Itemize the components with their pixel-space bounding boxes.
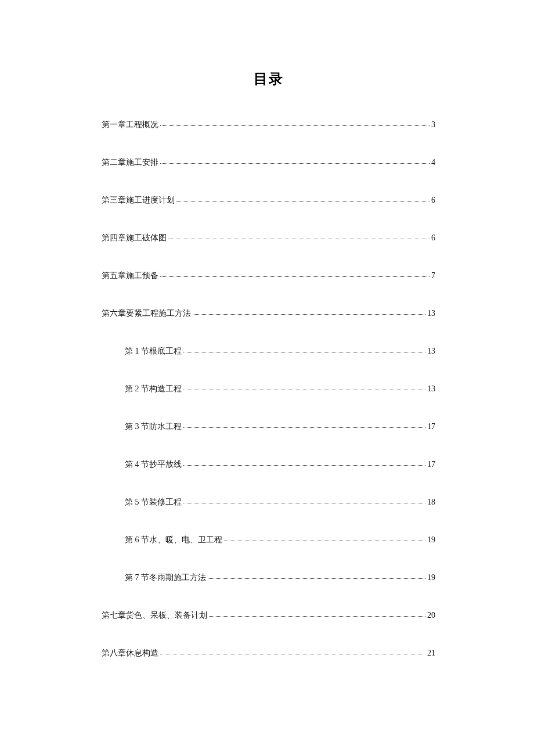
toc-label: 第三章施工进度计划 (102, 195, 175, 206)
toc-entry: 第 2 节构造工程13 (102, 384, 435, 394)
toc-page-number: 7 (431, 271, 435, 280)
toc-label: 第 5 节装修工程 (125, 497, 182, 507)
toc-label: 第五章施工预备 (102, 271, 158, 281)
toc-entry: 第一章工程概况3 (102, 120, 435, 130)
toc-label: 第 4 节抄平放线 (125, 459, 182, 470)
toc-page-number: 3 (431, 120, 435, 129)
toc-page-number: 13 (427, 347, 435, 356)
toc-entry: 第 3 节防水工程17 (102, 422, 435, 432)
toc-entry: 第 4 节抄平放线17 (102, 459, 435, 470)
toc-label: 第四章施工破体图 (102, 233, 167, 243)
toc-page-number: 21 (427, 649, 435, 658)
toc-entry: 第八章休息构造21 (102, 648, 435, 658)
toc-dots (224, 541, 425, 541)
toc-dots (168, 239, 430, 239)
toc-dots (183, 465, 425, 466)
toc-entry: 第 1 节根底工程13 (102, 346, 435, 357)
toc-page-number: 4 (431, 158, 435, 167)
toc-entry: 第四章施工破体图6 (102, 233, 435, 243)
toc-label: 第六章要紧工程施工方法 (102, 308, 191, 319)
toc-dots (176, 201, 430, 201)
toc-label: 第 6 节水、暖、电、卫工程 (125, 535, 222, 545)
toc-entry: 第六章要紧工程施工方法13 (102, 308, 435, 319)
toc-page-number: 20 (427, 611, 435, 620)
toc-page-number: 6 (431, 233, 435, 243)
toc-page-number: 6 (431, 196, 435, 205)
toc-dots (183, 427, 425, 428)
toc-label: 第七章货色、呆板、装备计划 (102, 610, 207, 621)
toc-label: 第 3 节防水工程 (125, 422, 182, 432)
toc-entry: 第七章货色、呆板、装备计划20 (102, 610, 435, 621)
toc-entry: 第 5 节装修工程18 (102, 497, 435, 507)
toc-page-number: 13 (427, 384, 435, 394)
toc-label: 第 7 节冬雨期施工方法 (125, 573, 206, 583)
toc-dots (209, 616, 425, 617)
toc-dots (160, 163, 430, 164)
toc-entry: 第三章施工进度计划6 (102, 195, 435, 206)
toc-entry: 第 6 节水、暖、电、卫工程19 (102, 535, 435, 545)
toc-dots (183, 390, 425, 390)
toc-label: 第一章工程概况 (102, 120, 158, 130)
toc-label: 第 1 节根底工程 (125, 346, 182, 357)
toc-label: 第八章休息构造 (102, 648, 158, 658)
toc-page-number: 19 (427, 535, 435, 545)
toc-page-number: 18 (427, 498, 435, 507)
toc-container: 第一章工程概况3第二章施工安排4第三章施工进度计划6第四章施工破体图6第五章施工… (102, 120, 435, 658)
toc-dots (193, 314, 425, 315)
toc-dots (183, 352, 425, 352)
toc-dots (160, 276, 430, 277)
toc-page-number: 13 (427, 309, 435, 318)
toc-entry: 第 7 节冬雨期施工方法19 (102, 573, 435, 583)
toc-dots (160, 125, 430, 126)
toc-page-number: 17 (427, 422, 435, 431)
toc-label: 第二章施工安排 (102, 157, 158, 168)
toc-dots (208, 578, 425, 579)
toc-page-number: 19 (427, 573, 435, 582)
page-title: 目录 (102, 70, 435, 88)
toc-page-number: 17 (427, 460, 435, 469)
document-page: 目录 第一章工程概况3第二章施工安排4第三章施工进度计划6第四章施工破体图6第五… (0, 0, 534, 658)
toc-label: 第 2 节构造工程 (125, 384, 182, 394)
toc-dots (160, 654, 425, 654)
toc-dots (183, 503, 425, 503)
toc-entry: 第二章施工安排4 (102, 157, 435, 168)
toc-entry: 第五章施工预备7 (102, 271, 435, 281)
